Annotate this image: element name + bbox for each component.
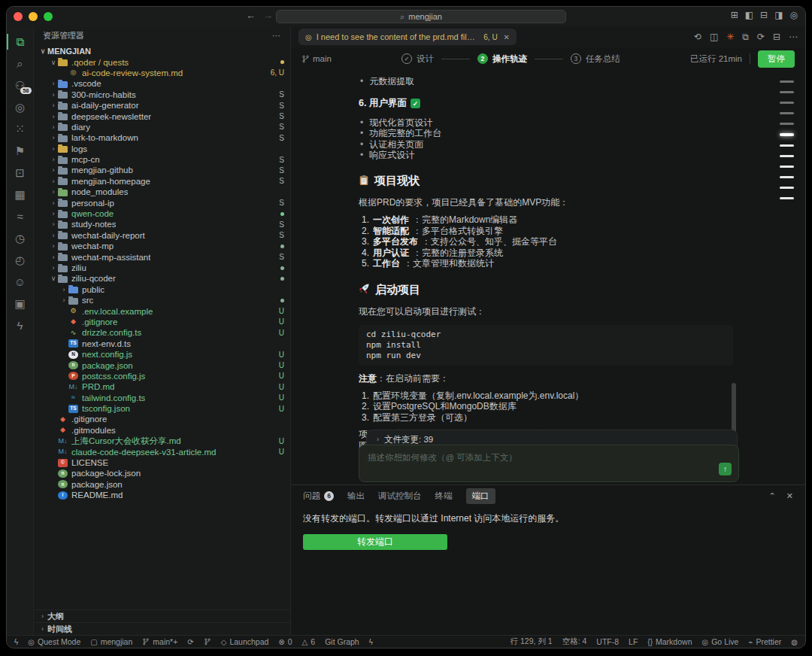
send-button[interactable]: ↑ xyxy=(719,463,732,475)
tree-item[interactable]: ›wechat-mp xyxy=(34,241,290,251)
tree-item[interactable]: M↓PRD.mdU xyxy=(34,381,290,392)
toggle-panel-icon[interactable]: ⊟ xyxy=(760,10,768,20)
minimize-window-button[interactable] xyxy=(29,12,38,21)
tree-item[interactable]: M↓claude-code-deepseek-v31-article.mdU xyxy=(34,446,290,457)
tree-item[interactable]: ◎ai-code-review-system.md6, U xyxy=(34,68,290,78)
tree-item[interactable]: ∿drizzle.config.tsU xyxy=(34,327,290,338)
timeline-dash[interactable] xyxy=(780,102,794,104)
tree-item[interactable]: ∨.qoder / quests xyxy=(34,56,290,67)
tree-item[interactable]: ∨MENGJIAN xyxy=(34,46,290,56)
tree-item[interactable]: ›mcp-cnS xyxy=(34,154,290,165)
remote-explorer-icon[interactable]: ⊡ xyxy=(7,162,34,184)
git-graph[interactable]: Git Graph xyxy=(325,637,359,646)
copy-file-icon[interactable]: ⧉ xyxy=(742,32,749,42)
encoding[interactable]: UTF-8 xyxy=(596,637,619,646)
quest-mode[interactable]: ◎Quest Mode xyxy=(28,637,80,646)
zoom-window-button[interactable] xyxy=(44,12,53,21)
forward-arrow-icon[interactable]: → xyxy=(263,10,273,21)
go-live[interactable]: ◎Go Live xyxy=(701,637,738,646)
warnings[interactable]: △6 xyxy=(302,637,316,646)
layout-split-icon[interactable]: ◫ xyxy=(710,32,718,42)
sidebar-section-outline[interactable]: ›大纲 xyxy=(34,609,290,622)
tree-item[interactable]: ›personal-ipS xyxy=(34,197,290,208)
feedback-smiley-icon[interactable]: ☺ xyxy=(7,271,34,293)
molecule-icon[interactable]: ⁙ xyxy=(7,118,34,140)
tree-item[interactable]: ›mengjian-homepageS xyxy=(34,176,290,187)
launchpad[interactable]: ◇Launchpad xyxy=(221,637,269,646)
notifications-icon[interactable]: ◍ xyxy=(791,638,798,646)
workspace-mengjian[interactable]: ▢mengjian xyxy=(90,637,132,646)
tree-item[interactable]: npackage-lock.json xyxy=(34,468,290,478)
extension-flame-icon[interactable]: ✳ xyxy=(726,32,734,42)
tree-item[interactable]: iREADME.md xyxy=(34,490,290,500)
tree-item[interactable]: ›node_modules xyxy=(34,187,290,197)
tab-close-icon[interactable]: ✕ xyxy=(504,33,510,41)
timeline-dash[interactable] xyxy=(780,187,794,189)
close-window-button[interactable] xyxy=(14,12,23,21)
timeline-dash[interactable] xyxy=(780,91,794,93)
tree-item[interactable]: M↓上海Cursor大会收获分享.mdU xyxy=(34,436,290,446)
tree-item[interactable]: ≈tailwind.config.tsU xyxy=(34,393,290,403)
tree-item[interactable]: ›300-micro-habitsS xyxy=(34,90,290,100)
tree-item[interactable]: ›qwen-code xyxy=(34,208,290,219)
tree-item[interactable]: ©LICENSE xyxy=(34,457,290,468)
toggle-secondary-sidebar-icon[interactable]: ◨ xyxy=(774,10,783,20)
tree-item[interactable]: ◆.gitignore xyxy=(34,414,290,424)
wavy-lines-icon[interactable]: ≈ xyxy=(7,205,34,227)
command-center-search[interactable]: ⌕ mengjian xyxy=(276,10,566,23)
step-操作轨迹[interactable]: 2操作轨迹 xyxy=(477,53,527,65)
cursor-position[interactable]: 行 129, 列 1 xyxy=(511,636,553,647)
tree-item[interactable]: Ppostcss.config.jsU xyxy=(34,371,290,381)
timeline-dash[interactable] xyxy=(780,155,794,157)
step-设计[interactable]: ✓设计 xyxy=(401,53,434,65)
tree-item[interactable]: ›src xyxy=(34,295,290,305)
timeline-dash[interactable] xyxy=(780,197,794,199)
panel-tab-调试控制台[interactable]: 调试控制台 xyxy=(378,490,422,502)
lightning-circle-icon[interactable]: ϟ xyxy=(7,314,34,336)
panel-tab-输出[interactable]: 输出 xyxy=(347,490,365,502)
account-icon[interactable]: ◎ xyxy=(790,10,798,20)
panel-tab-问题[interactable]: 问题6 xyxy=(303,490,334,502)
timeline-dash[interactable] xyxy=(780,176,794,178)
panel-maximize-icon[interactable]: ⌃ xyxy=(769,491,776,501)
tree-item[interactable]: ›wechat-daily-reportS xyxy=(34,230,290,241)
agent-icon[interactable]: ⚇58 xyxy=(7,74,34,96)
timeline-dash[interactable] xyxy=(780,144,794,147)
tree-item[interactable]: ◆.gitmodules xyxy=(34,425,290,436)
flag-icon[interactable]: ⚑ xyxy=(7,140,34,162)
explorer-icon[interactable]: ⧉ xyxy=(7,31,34,53)
tree-item[interactable]: ◆.gitignoreU xyxy=(34,317,290,327)
errors[interactable]: ⊗0 xyxy=(278,637,292,646)
tree-item[interactable]: npackage.jsonU xyxy=(34,360,290,370)
tree-item[interactable]: ›.vscode xyxy=(34,78,290,89)
indentation[interactable]: 空格: 4 xyxy=(562,636,587,647)
language-mode[interactable]: {}Markdown xyxy=(647,637,692,646)
scrollbar-thumb[interactable] xyxy=(732,383,736,433)
composer-input[interactable] xyxy=(359,445,738,481)
eol[interactable]: LF xyxy=(629,637,638,646)
panel-close-icon[interactable]: ✕ xyxy=(786,491,793,501)
agent-session-tab[interactable]: ◎ I need to see the content of the prd.m… xyxy=(298,29,517,45)
sync-icon[interactable]: ⟳ xyxy=(757,32,765,42)
branch-indicator[interactable]: main xyxy=(301,54,332,64)
customize-layout-icon[interactable]: ⊞ xyxy=(731,10,738,20)
tree-item[interactable]: ∨ziliu-qcoder xyxy=(34,273,290,284)
sidebar-section-timeline[interactable]: ›时间线 xyxy=(34,622,290,635)
tree-item[interactable]: TStsconfig.jsonU xyxy=(34,403,290,414)
tree-item[interactable]: ›logs xyxy=(34,144,290,154)
tree-item[interactable]: ›mengjian-githubS xyxy=(34,165,290,175)
tree-item[interactable]: npackage.json xyxy=(34,479,290,490)
timeline-dash[interactable] xyxy=(780,123,794,125)
tree-item[interactable]: ›deepseek-newsletterS xyxy=(34,111,290,121)
tree-item[interactable]: ›wechat-mp-assistantS xyxy=(34,251,290,262)
package-box-icon[interactable]: ▣ xyxy=(7,293,34,314)
tree-item[interactable]: ›diaryS xyxy=(34,122,290,132)
toggle-primary-sidebar-icon[interactable]: ◧ xyxy=(745,10,753,20)
more-actions-icon[interactable]: ⋯ xyxy=(789,32,798,42)
split-horizontal-icon[interactable]: ⊟ xyxy=(773,32,780,42)
sync-icon[interactable]: ⟳ xyxy=(187,638,193,646)
tree-item[interactable]: TSnext-env.d.ts xyxy=(34,339,290,349)
tree-item[interactable]: ›ai-daily-generatorS xyxy=(34,100,290,111)
panel-tab-端口[interactable]: 端口 xyxy=(466,488,495,504)
pause-button[interactable]: 暂停 xyxy=(758,50,795,68)
